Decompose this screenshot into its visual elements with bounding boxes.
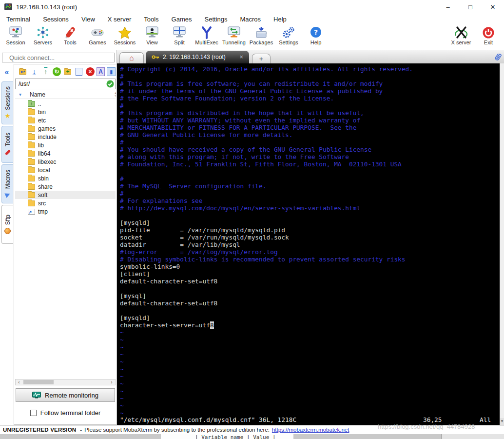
folder-icon <box>28 184 35 190</box>
menu-tools[interactable]: Tools <box>137 16 165 23</box>
menu-view[interactable]: View <box>75 16 101 23</box>
toolbar-session-button[interactable]: Session <box>2 26 29 45</box>
home-icon: ⌂ <box>129 55 134 61</box>
file-row[interactable]: .. <box>15 100 116 108</box>
new-tab-button[interactable]: + <box>252 54 271 63</box>
horizontal-scrollbar[interactable]: ‹ › <box>15 379 116 385</box>
menu-games[interactable]: Games <box>165 16 198 23</box>
menu-help[interactable]: Help <box>267 16 293 23</box>
terminal-line: character-set-server=utf8 <box>120 321 500 329</box>
file-row[interactable]: lib <box>15 141 116 149</box>
menu-macros[interactable]: Macros <box>233 16 267 23</box>
svg-text:?: ? <box>314 28 318 36</box>
folder-icon <box>28 167 35 173</box>
terminal-tilde-line: ~ <box>120 373 500 380</box>
terminal-line: default-character-set=utf8 <box>120 299 500 307</box>
file-row[interactable]: include <box>15 133 116 141</box>
toolbar-servers-button[interactable]: Servers <box>29 26 57 45</box>
terminal-line: # <box>120 139 500 146</box>
file-row[interactable]: bin <box>15 108 116 116</box>
font-icon[interactable]: A <box>97 67 105 76</box>
file-row[interactable]: local <box>15 166 116 174</box>
home-tab[interactable]: ⌂ <box>119 52 144 63</box>
file-name: etc <box>38 117 46 124</box>
menu-sessions[interactable]: Sessions <box>37 16 75 23</box>
maximize-button[interactable]: □ <box>459 0 482 14</box>
folder-back-icon[interactable]: ↩ <box>18 67 28 77</box>
file-row[interactable]: lib64 <box>15 149 116 158</box>
refresh-icon[interactable]: ↻ <box>53 67 61 76</box>
minimize-button[interactable]: – <box>437 0 459 14</box>
file-list-header[interactable]: ▾ Name Size <box>15 91 116 99</box>
toolbar-tools-button[interactable]: Tools <box>57 26 84 45</box>
delete-icon[interactable]: × <box>86 67 95 76</box>
menu-settings[interactable]: Settings <box>198 16 234 23</box>
toolbar-packages-button[interactable]: Packages <box>248 26 275 45</box>
file-row[interactable]: tmp <box>15 207 116 216</box>
toolbar-xserver-button[interactable]: X server <box>447 26 475 45</box>
window-title: 192.168.10.143 (root) <box>16 3 77 11</box>
file-row[interactable]: libexec <box>15 158 116 166</box>
file-row[interactable]: sbin <box>15 174 116 182</box>
toolbar-games-button[interactable]: Games <box>84 26 111 45</box>
terminal-scrollbar[interactable]: ▼ <box>500 63 504 425</box>
help-icon: ? <box>308 26 324 40</box>
terminal-screen[interactable]: # Copyright (c) 2014, 2016, Oracle and/o… <box>117 63 500 425</box>
toolbar-sessions-button[interactable]: Sessions <box>111 26 138 45</box>
mobatek-link[interactable]: https://mobaxterm.mobatek.net <box>272 427 349 433</box>
sftp-panel: ↩ ↓ ↑ ↻ + × A ▮ ▾ Name Size ..binetcgame… <box>14 64 116 425</box>
sidebar-tab-sftp[interactable]: Sftp <box>1 205 13 244</box>
path-ok-icon[interactable] <box>106 80 114 88</box>
file-row[interactable]: games <box>15 124 116 133</box>
follow-label: Follow terminal folder <box>40 409 101 417</box>
toolbar-label: Games <box>84 40 111 45</box>
file-row[interactable]: soft <box>15 191 116 199</box>
mobaxterm-window: 192.168.10.143 (root) – □ ✕ Terminal Ses… <box>0 0 504 439</box>
toolbar-multiexec-button[interactable]: MultiExec <box>193 26 220 45</box>
download-icon[interactable]: ↓ <box>30 67 39 77</box>
terminal-area: ⌂ 2. 192.168.10.143 (root) × + # Copyrig… <box>117 50 504 425</box>
background-window-strip: | Variable_name | Value | <box>0 434 504 439</box>
paperclip-icon[interactable] <box>493 52 502 62</box>
active-session-tab[interactable]: 2. 192.168.10.143 (root) × <box>146 51 249 63</box>
file-row[interactable]: share <box>15 182 116 191</box>
scroll-left-icon[interactable]: ‹ <box>16 379 22 385</box>
sidebar-tab-tools[interactable]: Tools <box>1 126 13 163</box>
panel-toggle-icon[interactable]: ▮ <box>107 67 116 76</box>
copy-file-icon[interactable] <box>75 67 84 77</box>
toolbar-tunneling-button[interactable]: Tunneling <box>220 26 248 45</box>
collapse-sidebar-button[interactable]: « <box>0 64 14 81</box>
file-row[interactable]: etc <box>15 116 116 124</box>
menu-terminal[interactable]: Terminal <box>0 16 37 23</box>
toolbar-exit-button[interactable]: Exit <box>475 26 502 45</box>
menu-xserver[interactable]: X server <box>101 16 137 23</box>
scrollbar-thumb[interactable] <box>23 380 54 384</box>
terminal-tilde-line: ~ <box>120 387 500 395</box>
toolbar-view-button[interactable]: View <box>138 26 166 45</box>
terminal-line: # The MySQL Server configuration file. <box>120 182 500 190</box>
terminal-line <box>120 212 500 219</box>
follow-terminal-folder[interactable]: Follow terminal folder <box>16 407 115 419</box>
toolbar-split-button[interactable]: Split <box>166 26 193 45</box>
terminal-line: # For explanations see <box>120 197 500 204</box>
close-button[interactable]: ✕ <box>482 0 504 14</box>
close-tab-icon[interactable]: × <box>240 54 243 60</box>
sidebar-tab-sessions[interactable]: Sessions ★ <box>1 81 13 124</box>
quick-connect-input[interactable] <box>2 53 115 62</box>
terminal-line: # <box>120 73 500 80</box>
upload-icon[interactable]: ↑ <box>41 67 51 77</box>
follow-checkbox[interactable] <box>30 410 37 416</box>
file-name: soft <box>38 192 47 199</box>
new-folder-icon[interactable]: + <box>63 67 73 77</box>
terminal-line: default-character-set=utf8 <box>120 278 500 285</box>
toolbar-settings-button[interactable]: Settings <box>275 26 302 45</box>
toolbar-help-button[interactable]: ? Help <box>302 26 330 45</box>
path-input[interactable] <box>15 79 116 89</box>
remote-monitoring-button[interactable]: Remote monitoring <box>16 388 115 402</box>
scroll-right-icon[interactable]: › <box>108 379 115 385</box>
file-row[interactable]: src <box>15 199 116 207</box>
title-bar: 192.168.10.143 (root) – □ ✕ <box>0 0 504 14</box>
file-list: ..binetcgamesincludeliblib64libexeclocal… <box>15 100 116 221</box>
sidebar-tab-macros[interactable]: Macros <box>1 164 13 203</box>
terminal-line: datadir = /var/lib/mysql <box>120 241 500 248</box>
